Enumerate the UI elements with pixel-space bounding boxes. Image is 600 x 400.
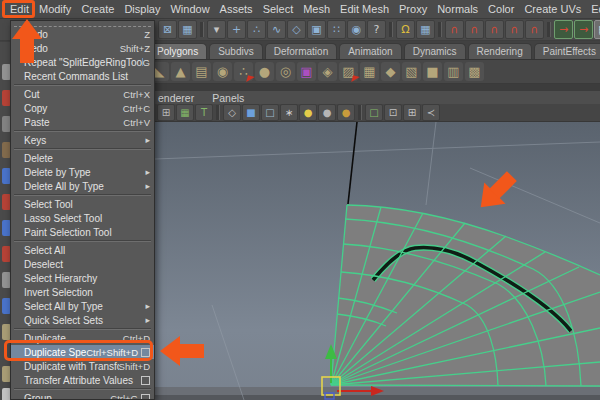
edit-menu-item-lasso-select-tool[interactable]: Lasso Select Tool (11, 211, 154, 225)
snap-to-points-icon[interactable]: ∩ (485, 20, 504, 39)
lighting-default-icon[interactable]: ● (318, 104, 336, 121)
menubar-item-assets[interactable]: Assets (215, 2, 258, 16)
shelf-tab-rendering[interactable]: Rendering (468, 43, 532, 59)
shelf-poly-torus-icon[interactable]: ◎ (276, 62, 295, 81)
select-surfaces-icon[interactable]: ◇ (287, 20, 306, 39)
panel-menu-enderer[interactable]: enderer (158, 92, 194, 104)
shelf-poly-scatter-icon[interactable]: ∴ (234, 62, 253, 81)
lighting-all-icon[interactable]: ● (299, 104, 317, 121)
edit-menu-item-duplicate-special[interactable]: Duplicate SpecialCtrl+Shift+D (11, 345, 154, 359)
edit-menu-item-keys[interactable]: Keys▸ (11, 133, 154, 147)
make-live-icon[interactable]: ∩ (525, 20, 544, 39)
menubar-item-color[interactable]: Color (483, 2, 519, 16)
shelf-poly-append-icon[interactable]: ▥ (444, 62, 463, 81)
menubar-item-mesh[interactable]: Mesh (298, 2, 335, 16)
edit-menu-item-copy[interactable]: CopyCtrl+C (11, 101, 154, 115)
shelf-tab-deformation[interactable]: Deformation (265, 43, 337, 59)
edit-menu-item-recent-commands-list[interactable]: Recent Commands List (11, 69, 154, 83)
menubar-item-modify[interactable]: Modify (34, 2, 76, 16)
edit-menu-item-delete-by-type[interactable]: Delete by Type▸ (11, 165, 154, 179)
menubar-item-window[interactable]: Window (165, 2, 214, 16)
edit-menu-item-paint-selection-tool[interactable]: Paint Selection Tool (11, 225, 154, 239)
select-miscellaneous-icon[interactable]: ? (367, 20, 386, 39)
edit-menu-item-repeat-splitedgeringtool[interactable]: Repeat "SplitEdgeRingTool"G (11, 55, 154, 69)
edit-menu-item-cut[interactable]: CutCtrl+X (11, 87, 154, 101)
select-camera-icon[interactable]: ⊞ (157, 104, 175, 121)
panel-menu-panels[interactable]: Panels (212, 92, 244, 104)
select-dynamics-icon[interactable]: ∷ (327, 20, 346, 39)
shelf-poly-combine-icon[interactable]: ■ (423, 62, 442, 81)
select-by-object-type-icon[interactable]: ▦ (178, 20, 197, 39)
edit-menu-item-delete[interactable]: Delete (11, 151, 154, 165)
highlight-selection-icon[interactable]: ▦ (416, 20, 435, 39)
shelf-poly-plane-icon[interactable]: ◉ (213, 62, 232, 81)
select-curves-icon[interactable]: ∿ (267, 20, 286, 39)
menubar-item-normals[interactable]: Normals (432, 2, 483, 16)
use-default-material-icon[interactable]: ∗ (280, 104, 298, 121)
edit-menu-item-select-all-by-type[interactable]: Select All by Type▸ (11, 299, 154, 313)
edit-menu-item-undo[interactable]: UndoZ (11, 27, 154, 41)
edit-menu-item-select-tool[interactable]: Select Tool (11, 197, 154, 211)
edit-menu-item-duplicate[interactable]: DuplicateCtrl+D (11, 331, 154, 345)
shelf-poly-smooth-icon[interactable]: ▣ (297, 62, 316, 81)
camera-attributes-icon[interactable]: ⊞ (403, 104, 421, 121)
edit-menu-item-quick-select-sets[interactable]: Quick Select Sets▸ (11, 313, 154, 327)
edit-menu-item-select-all[interactable]: Select All (11, 243, 154, 257)
menubar-item-select[interactable]: Select (258, 2, 299, 16)
edit-menu-item-delete-all-by-type[interactable]: Delete All by Type▸ (11, 179, 154, 193)
select-deformations-icon[interactable]: ▣ (307, 20, 326, 39)
shelf-poly-cylinder-icon[interactable]: ▤ (192, 62, 211, 81)
xray-icon[interactable]: ⊡ (384, 104, 402, 121)
shelf-poly-prism-icon[interactable]: ◆ (381, 62, 400, 81)
menubar-item-create[interactable]: Create (76, 2, 119, 16)
lock-selection-icon[interactable]: Ω (396, 20, 415, 39)
output-connections-icon[interactable]: → (574, 20, 593, 39)
option-box[interactable] (141, 394, 150, 400)
select-handles-icon[interactable]: + (227, 20, 246, 39)
shelf-tab-subdivs[interactable]: Subdivs (209, 43, 263, 59)
hud-icon[interactable]: T (195, 104, 213, 121)
snap-to-grids-icon[interactable]: ∩ (445, 20, 464, 39)
edit-menu-item-group[interactable]: GroupCtrl+G (11, 391, 154, 400)
option-box[interactable] (141, 376, 150, 385)
menubar-item-create-uvs[interactable]: Create UVs (519, 2, 586, 16)
shelf-tab-animation[interactable]: Animation (339, 43, 401, 59)
shelf-poly-split-icon[interactable]: ▧ (402, 62, 421, 81)
edit-menu-item-paste[interactable]: PasteCtrl+V (11, 115, 154, 129)
option-box[interactable] (141, 348, 150, 357)
menubar-item-edit[interactable]: Edit (5, 2, 34, 16)
selection-mask-popup-icon[interactable]: ▾ (207, 20, 226, 39)
snap-to-curves-icon[interactable]: ∩ (465, 20, 484, 39)
shelf-poly-soften-icon[interactable]: ◈ (318, 62, 337, 81)
resolution-gate-icon[interactable]: ▦ (176, 104, 194, 121)
input-connections-icon[interactable]: → (554, 20, 573, 39)
isolate-select-icon[interactable]: □ (365, 104, 383, 121)
select-points-icon[interactable]: ∴ (247, 20, 266, 39)
edit-menu-item-transfer-attribute-values[interactable]: Transfer Attribute Values (11, 373, 154, 387)
shelf-tab-painteffects[interactable]: PaintEffects (534, 43, 600, 59)
shelf-tab-dynamics[interactable]: Dynamics (404, 43, 466, 59)
lighting-textured-icon[interactable]: ● (337, 104, 355, 121)
menubar-item-proxy[interactable]: Proxy (394, 2, 432, 16)
edit-menu-item-select-hierarchy[interactable]: Select Hierarchy (11, 271, 154, 285)
edit-menu-item-invert-selection[interactable]: Invert Selection (11, 285, 154, 299)
textured-icon[interactable]: □ (261, 104, 279, 121)
menubar-item-edit-mesh[interactable]: Edit Mesh (335, 2, 394, 16)
smooth-shade-icon[interactable]: ■ (242, 104, 260, 121)
shelf-poly-mesh-icon[interactable]: ▩ (465, 62, 484, 81)
construction-history-icon[interactable]: ▤ (594, 20, 600, 39)
select-by-hierarchy-icon[interactable]: ⊠ (158, 20, 177, 39)
shelf-poly-extrude-icon[interactable]: ▨ (339, 62, 358, 81)
snap-to-view-planes-icon[interactable]: ∩ (505, 20, 524, 39)
select-rendering-icon[interactable]: ◉ (347, 20, 366, 39)
shelf-poly-cube-icon[interactable]: ▲ (171, 62, 190, 81)
shelf-poly-bevel-icon[interactable]: ▦ (360, 62, 379, 81)
edit-menu-item-duplicate-with-transform[interactable]: Duplicate with TransformShift+D (11, 359, 154, 373)
wireframe-icon[interactable]: ◇ (223, 104, 241, 121)
share-view-icon[interactable]: ≺ (422, 104, 440, 121)
menubar-item-edit-uvs[interactable]: Edit UVs (586, 2, 600, 16)
viewport[interactable] (155, 122, 600, 400)
edit-menu-item-redo[interactable]: RedoShift+Z (11, 41, 154, 55)
menubar-item-display[interactable]: Display (119, 2, 165, 16)
edit-menu-item-deselect[interactable]: Deselect (11, 257, 154, 271)
